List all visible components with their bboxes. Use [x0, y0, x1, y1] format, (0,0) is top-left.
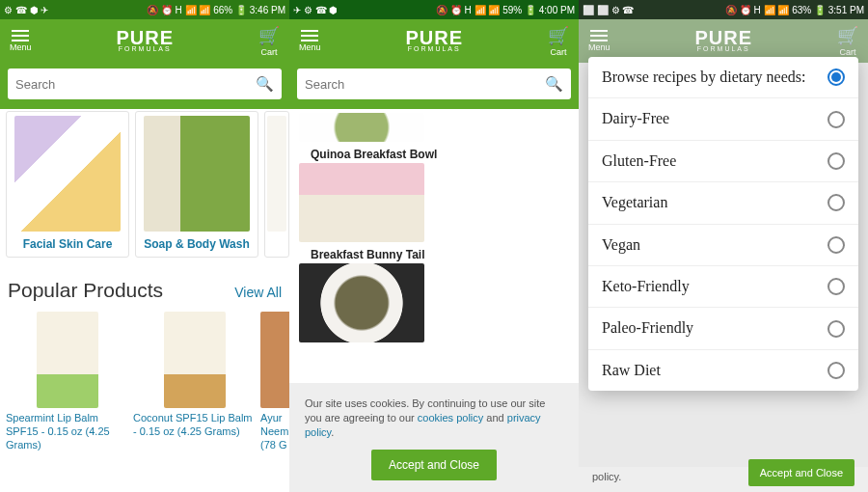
category-image — [267, 116, 286, 232]
option-label: Paleo-Friendly — [602, 319, 693, 337]
radio-icon — [827, 152, 845, 170]
android-status-bar: ⚙ ☎ ⬢ ✈ 🔕 ⏰ H 📶 📶 66% 🔋 3:46 PM — [0, 0, 289, 19]
radio-icon — [827, 320, 845, 338]
option-label: Raw Diet — [602, 362, 661, 379]
cart-button[interactable]: 🛒 Cart — [548, 25, 569, 57]
hamburger-icon — [301, 30, 318, 41]
menu-label: Menu — [588, 42, 610, 52]
option-label: Gluten-Free — [602, 152, 676, 170]
product-image — [260, 312, 289, 408]
app-header: Menu PURE FORMULAS 🛒 Cart — [289, 19, 579, 63]
dialog-option[interactable]: Raw Diet — [588, 350, 858, 391]
cart-button: 🛒 Cart — [837, 25, 858, 57]
app-header: Menu PURE FORMULAS 🛒 Cart — [0, 19, 289, 63]
cart-button[interactable]: 🛒 Cart — [258, 25, 280, 57]
recipe-title: Quinoa Breakfast Bowl — [311, 148, 569, 161]
search-icon[interactable]: 🔍 — [256, 75, 274, 93]
recipe-card[interactable] — [299, 113, 569, 142]
search-input[interactable] — [305, 77, 545, 92]
cart-icon: 🛒 — [258, 25, 280, 46]
menu-label: Menu — [10, 42, 32, 52]
search-row: 🔍 — [0, 63, 289, 109]
dialog-option[interactable]: Vegan — [588, 225, 858, 266]
product-image — [37, 312, 98, 408]
product-label: Spearmint Lip Balm SPF15 - 0.15 oz (4.25… — [6, 412, 129, 451]
cookie-text-bg: policy. — [592, 471, 621, 482]
dialog-option[interactable]: Vegetarian — [588, 182, 858, 224]
cart-label: Cart — [550, 47, 566, 57]
cookie-text: . — [331, 426, 334, 438]
search-icon[interactable]: 🔍 — [545, 75, 563, 93]
status-left: ✈ ⚙ ☎ ⬢ — [293, 5, 338, 15]
logo-main: PURE — [694, 30, 752, 46]
category-label: Facial Skin Care — [23, 237, 113, 251]
logo-sub: FORMULAS — [694, 46, 752, 52]
product-label: Ayur Neem (78 G — [260, 412, 289, 451]
home-body: Facial Skin Care Soap & Body Wash Popula… — [0, 109, 289, 492]
category-card[interactable]: Soap & Body Wash — [135, 111, 258, 258]
dialog-option[interactable]: Paleo-Friendly — [588, 308, 858, 349]
screen-1-home: ⚙ ☎ ⬢ ✈ 🔕 ⏰ H 📶 📶 66% 🔋 3:46 PM Menu PUR… — [0, 0, 289, 492]
android-status-bar: ✈ ⚙ ☎ ⬢ 🔕 ⏰ H 📶 📶 59% 🔋 4:00 PM — [289, 0, 579, 19]
option-label: Dairy-Free — [602, 110, 669, 127]
product-card-partial[interactable]: Ayur Neem (78 G — [260, 312, 289, 451]
option-label: Keto-Friendly — [602, 278, 690, 295]
recipe-title: Breakfast Bunny Tail — [311, 248, 569, 261]
android-status-bar: ⬜ ⬜ ⚙ ☎ 🔕 ⏰ H 📶 📶 63% 🔋 3:51 PM — [579, 0, 868, 19]
brand-logo[interactable]: PURE FORMULAS — [116, 30, 174, 52]
option-label: Vegetarian — [602, 194, 667, 211]
brand-logo: PURE FORMULAS — [694, 30, 752, 52]
status-left: ⚙ ☎ ⬢ ✈ — [4, 5, 48, 15]
dialog-option[interactable]: Dairy-Free — [588, 98, 858, 140]
hamburger-icon — [590, 30, 608, 41]
radio-icon — [827, 194, 845, 211]
radio-icon — [827, 111, 845, 128]
menu-button[interactable]: Menu — [299, 30, 321, 52]
cart-icon: 🛒 — [548, 25, 569, 46]
search-input[interactable] — [15, 77, 256, 92]
logo-sub: FORMULAS — [116, 46, 174, 52]
recipe-card[interactable]: Quinoa Breakfast Bowl — [299, 148, 569, 242]
product-image — [164, 312, 226, 408]
popular-heading: Popular Products — [8, 279, 163, 302]
recipe-card[interactable]: Breakfast Bunny Tail — [299, 248, 569, 342]
radio-selected-icon — [827, 68, 845, 86]
logo-main: PURE — [116, 30, 174, 46]
recipes-body: Quinoa Breakfast Bowl Breakfast Bunny Ta… — [289, 109, 579, 492]
dialog-header-label: Browse recipes by dietary needs: — [602, 68, 805, 86]
dialog-option[interactable]: Gluten-Free — [588, 141, 858, 182]
popular-header: Popular Products View All — [8, 279, 282, 302]
product-label: Coconut SPF15 Lip Balm - 0.15 oz (4.25 G… — [133, 412, 257, 439]
status-right: 🔕 ⏰ H 📶 📶 59% 🔋 4:00 PM — [436, 5, 575, 15]
radio-icon — [827, 236, 845, 254]
menu-button: Menu — [588, 30, 610, 52]
product-card[interactable]: Spearmint Lip Balm SPF15 - 0.15 oz (4.25… — [6, 312, 129, 451]
option-label: Vegan — [602, 236, 640, 254]
hamburger-icon — [12, 30, 29, 41]
recipe-image — [299, 163, 424, 242]
category-card-partial[interactable] — [264, 111, 289, 258]
view-all-link[interactable]: View All — [234, 285, 282, 300]
cart-label: Cart — [260, 47, 277, 57]
dialog-option-header[interactable]: Browse recipes by dietary needs: — [588, 57, 858, 98]
cart-label: Cart — [839, 47, 855, 57]
logo-sub: FORMULAS — [405, 46, 463, 52]
cart-icon: 🛒 — [837, 25, 858, 46]
search-box[interactable]: 🔍 — [8, 68, 282, 99]
dialog-option[interactable]: Keto-Friendly — [588, 266, 858, 308]
search-row: 🔍 — [289, 63, 579, 109]
product-card[interactable]: Coconut SPF15 Lip Balm - 0.15 oz (4.25 G… — [133, 312, 257, 451]
brand-logo[interactable]: PURE FORMULAS — [405, 30, 463, 52]
accept-cookies-button[interactable]: Accept and Close — [371, 450, 497, 480]
status-right: 🔕 ⏰ H 📶 📶 63% 🔋 3:51 PM — [725, 5, 864, 15]
cookies-policy-link[interactable]: cookies policy — [418, 412, 483, 424]
search-box[interactable]: 🔍 — [297, 68, 571, 99]
dietary-filter-dialog: Browse recipes by dietary needs: Dairy-F… — [588, 57, 858, 391]
cookie-text: and — [483, 412, 506, 424]
category-label: Soap & Body Wash — [144, 237, 250, 251]
cookie-banner-bg: policy. Accept and Close — [579, 467, 868, 492]
category-row: Facial Skin Care Soap & Body Wash — [6, 111, 284, 258]
menu-label: Menu — [299, 42, 321, 52]
menu-button[interactable]: Menu — [10, 30, 32, 52]
category-card[interactable]: Facial Skin Care — [6, 111, 129, 258]
